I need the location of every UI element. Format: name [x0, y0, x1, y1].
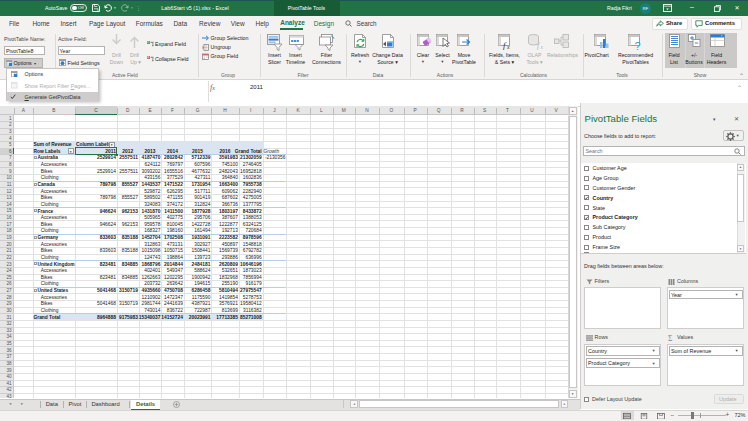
svg-text:x: x — [506, 44, 510, 50]
svg-text:x: x — [539, 44, 543, 50]
svg-text:?: ? — [635, 39, 641, 51]
svg-text:Σ: Σ — [668, 334, 672, 341]
